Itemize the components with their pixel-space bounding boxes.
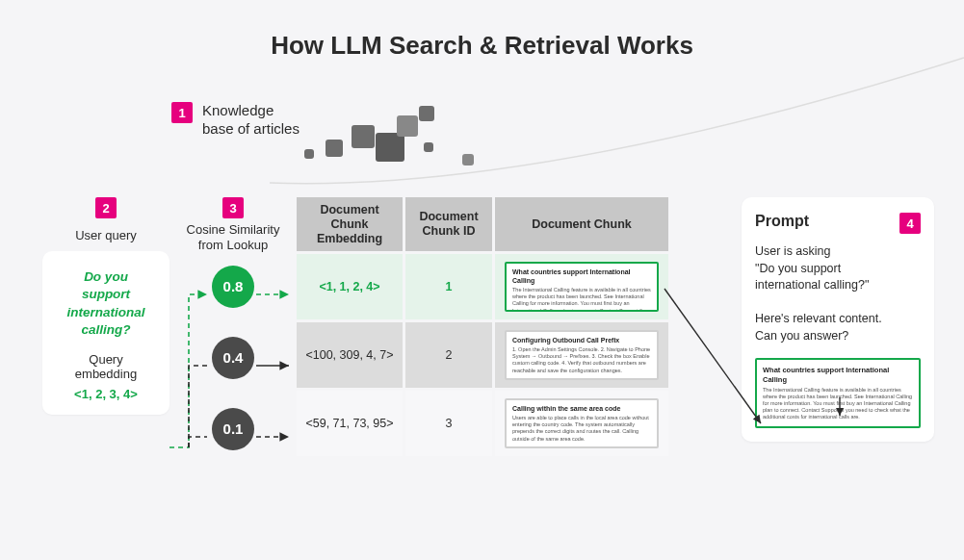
step-2-label: User query	[42, 228, 169, 243]
step-1-knowledge-base: 1 Knowledgebase of articles	[171, 102, 300, 139]
doc-card-1: What countries support International Cal…	[505, 262, 659, 312]
articles-cluster-icon	[299, 96, 510, 183]
cosine-similarity-column: 3 Cosine Similarityfrom Lookup 0.8 0.4 0…	[175, 197, 291, 450]
th-chunk-id: DocumentChunk ID	[405, 197, 492, 251]
similarity-score-3: 0.1	[212, 408, 254, 450]
user-query-text: Do you support international calling?	[52, 268, 160, 339]
step-3-badge: 3	[222, 197, 244, 218]
step-1-badge: 1	[171, 102, 193, 123]
cell-id-1: 1	[405, 254, 492, 319]
step-4-badge: 4	[899, 213, 921, 234]
step-3-label: Cosine Similarityfrom Lookup	[187, 222, 280, 254]
cell-id-3: 3	[405, 391, 492, 456]
prompt-card: Prompt 4 User is asking "Do you support …	[742, 197, 934, 442]
cell-embedding-3: <59, 71, 73, 95>	[297, 391, 403, 456]
query-embedding-value: <1, 2, 3, 4>	[52, 387, 160, 401]
user-query-column: 2 User query Do you support internationa…	[42, 197, 169, 415]
cell-embedding-1: <1, 1, 2, 4>	[297, 254, 403, 319]
user-query-card: Do you support international calling? Qu…	[42, 251, 169, 415]
cell-chunk-1: What countries support International Cal…	[495, 254, 668, 319]
page-title: How LLM Search & Retrieval Works	[0, 0, 964, 61]
doc-card-2: Configuring Outbound Call Prefix 1. Open…	[505, 330, 659, 380]
doc-card-3: Calling within the same area code Users …	[505, 398, 659, 448]
cell-chunk-2: Configuring Outbound Call Prefix 1. Open…	[495, 322, 668, 388]
th-embedding: DocumentChunkEmbedding	[297, 197, 403, 251]
prompt-title: Prompt	[755, 213, 809, 230]
step-1-label: Knowledgebase of articles	[202, 102, 300, 139]
similarity-score-1: 0.8	[212, 266, 254, 308]
cell-embedding-2: <100, 309, 4, 7>	[297, 322, 403, 388]
cell-id-2: 2	[405, 322, 492, 388]
cell-chunk-3: Calling within the same area code Users …	[495, 391, 668, 456]
prompt-body: User is asking "Do you support internati…	[755, 243, 921, 344]
step-2-badge: 2	[95, 197, 117, 218]
similarity-score-2: 0.4	[212, 337, 254, 379]
prompt-doc-card: What countries support International Cal…	[755, 358, 921, 428]
results-table: DocumentChunkEmbedding <1, 1, 2, 4> <100…	[297, 197, 668, 456]
query-embedding-label: Queryembedding	[52, 352, 160, 381]
th-chunk: Document Chunk	[495, 197, 668, 251]
